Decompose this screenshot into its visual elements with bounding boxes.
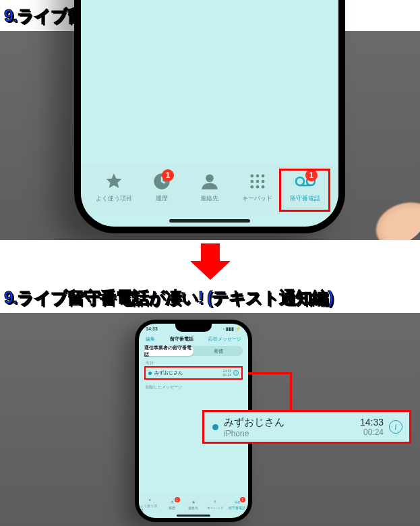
connector-line	[248, 372, 290, 374]
tab-label: よく使う項目	[140, 504, 159, 512]
voicemail-duration: 00:24	[222, 373, 231, 377]
tab2-contacts[interactable]: ◉連絡先	[184, 498, 203, 510]
keypad-icon: ⠿	[212, 498, 218, 505]
tab-label: 連絡先	[188, 506, 198, 510]
tab-label: 履歴	[169, 506, 175, 510]
highlight-box-voicemail-tab	[279, 169, 330, 212]
status-bar: 14:33 ◦ ▮▮▮ ⚡	[146, 326, 241, 332]
svg-point-6	[256, 180, 259, 183]
person-icon: ◉	[190, 498, 197, 505]
unread-dot-icon	[212, 424, 218, 430]
tab-label: キーパッド	[242, 194, 272, 203]
callout-sub: iPhone	[224, 429, 360, 438]
title-bar-mid: 9.ライブ留守番電話が凄い! (テキスト通知編)	[0, 282, 420, 313]
badge: 1	[175, 497, 180, 502]
svg-point-8	[250, 185, 253, 189]
segmented-control[interactable]: 通信事業者の留守番電話 発信	[144, 346, 243, 356]
status-time: 14:33	[146, 326, 158, 332]
tab2-voicemail[interactable]: ◎◎1留守番電話	[228, 498, 247, 510]
svg-point-10	[262, 185, 265, 189]
tab-label: 留守番電話	[229, 506, 245, 510]
person-icon	[199, 171, 220, 192]
tab2-keypad[interactable]: ⠿キーパッド	[206, 498, 224, 510]
callout-name-block: みずおじさん iPhone	[224, 416, 360, 438]
tab2-favorites[interactable]: ★よく使う項目	[140, 496, 159, 512]
nav-bar: 編集 留守番電話 応答メッセージ	[139, 336, 248, 343]
svg-point-4	[262, 175, 265, 178]
nav-greeting-button[interactable]: 応答メッセージ	[208, 336, 241, 343]
svg-point-5	[250, 180, 253, 183]
status-icons: ◦ ▮▮▮ ⚡	[223, 326, 241, 332]
title-text-mid: 9.ライブ留守番電話が凄い! (テキスト通知編)	[4, 287, 333, 309]
callout-time: 14:33	[360, 417, 384, 428]
svg-point-3	[256, 175, 259, 178]
home-indicator[interactable]	[177, 515, 210, 517]
svg-point-9	[256, 185, 259, 189]
phone2-tabbar: ★よく使う項目 ◔1履歴 ◉連絡先 ⠿キーパッド ◎◎1留守番電話	[139, 494, 248, 514]
connector-line	[290, 372, 292, 410]
badge: 1	[240, 497, 245, 502]
home-indicator[interactable]	[169, 219, 250, 223]
phone-top: よく使う項目 1 履歴 連絡先	[74, 0, 345, 233]
stage-top: よく使う項目 1 履歴 連絡先	[0, 31, 420, 240]
star-icon: ★	[146, 496, 153, 503]
callout-meta: 14:33 00:24	[360, 417, 384, 437]
tab-contacts[interactable]: 連絡先	[188, 171, 231, 203]
tab-label: 履歴	[156, 194, 168, 203]
svg-point-7	[262, 180, 265, 183]
star-icon	[103, 171, 125, 192]
unread-dot-icon	[148, 372, 152, 375]
tab-recents[interactable]: 1 履歴	[140, 171, 183, 203]
phone-top-screen: よく使う項目 1 履歴 連絡先	[81, 0, 338, 227]
tab2-recents[interactable]: ◔1履歴	[162, 498, 181, 510]
nav-title: 留守番電話	[170, 336, 193, 343]
callout-duration: 00:24	[363, 428, 384, 437]
seg-call[interactable]: 発信	[193, 346, 243, 356]
callout-name: みずおじさん	[224, 416, 360, 429]
voicemail-row[interactable]: みずおじさん 14:33 00:24 i	[144, 366, 243, 380]
info-icon[interactable]: i	[389, 420, 402, 434]
tab-label: 連絡先	[200, 194, 218, 203]
svg-point-2	[250, 175, 253, 178]
section-deleted: 削除したメッセージ	[146, 384, 182, 390]
tab-label: キーパッド	[207, 506, 224, 510]
voicemail-meta: 14:33 00:24	[222, 369, 231, 377]
svg-point-1	[206, 175, 214, 183]
info-icon[interactable]: i	[233, 370, 239, 376]
arrow-gap	[0, 240, 420, 282]
tab-label: よく使う項目	[96, 194, 132, 203]
tab-keypad[interactable]: キーパッド	[236, 171, 279, 203]
section-today: 今日	[146, 360, 154, 366]
callout-voicemail-row: みずおじさん iPhone 14:33 00:24 i	[202, 410, 411, 444]
tab-favorites[interactable]: よく使う項目	[92, 171, 136, 203]
voicemail-name: みずおじさん	[154, 370, 222, 376]
nav-edit-button[interactable]: 編集	[146, 336, 155, 343]
seg-carrier[interactable]: 通信事業者の留守番電話	[144, 346, 193, 356]
keypad-icon	[247, 171, 268, 192]
